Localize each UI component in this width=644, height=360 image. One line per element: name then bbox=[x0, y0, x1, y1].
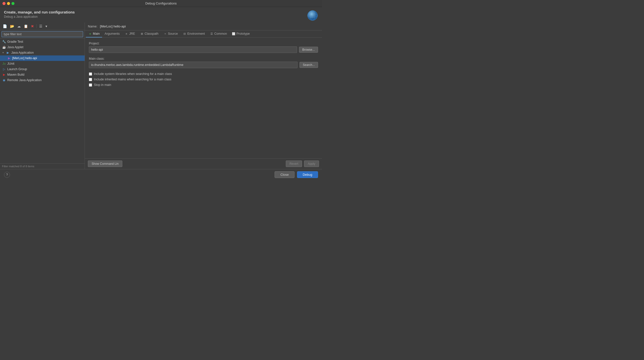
classpath-tab-icon: ⊞ bbox=[140, 32, 144, 36]
stop-in-main-checkbox[interactable] bbox=[89, 84, 92, 87]
header-subtitle: Debug a Java application bbox=[4, 15, 75, 18]
sidebar-footer: Filter matched 8 of 8 items bbox=[0, 163, 84, 169]
project-input[interactable] bbox=[89, 46, 297, 53]
form-panel: Project: Browse... Main class: Search... bbox=[85, 38, 322, 158]
environment-tab-icon: ⊟ bbox=[183, 32, 186, 36]
main-class-input[interactable] bbox=[89, 62, 298, 68]
checkbox-inherited-mains: Include inherited mains when searching f… bbox=[89, 78, 318, 81]
project-label: Project: bbox=[89, 42, 318, 45]
open-config-button[interactable]: 📂 bbox=[9, 24, 16, 29]
tree-item-label: JUnit bbox=[7, 62, 14, 66]
sidebar: 📄 📂 ☁ 📋 ✖ ☰ ▾ bbox=[0, 22, 85, 169]
header: Create, manage, and run configurations D… bbox=[0, 7, 322, 22]
content-area: 📄 📂 ☁ 📋 ✖ ☰ ▾ bbox=[0, 22, 322, 169]
tab-jre[interactable]: ≡ JRE bbox=[122, 30, 138, 38]
system-libs-checkbox[interactable] bbox=[89, 72, 92, 76]
debug-button[interactable]: Debug bbox=[297, 171, 318, 178]
project-group: Project: Browse... bbox=[89, 42, 318, 53]
close-traffic-light[interactable] bbox=[2, 2, 6, 5]
sidebar-toolbar: 📄 📂 ☁ 📋 ✖ ☰ ▾ bbox=[0, 22, 84, 30]
tab-classpath[interactable]: ⊞ Classpath bbox=[138, 30, 161, 38]
jre-tab-icon: ≡ bbox=[125, 32, 128, 36]
view-button[interactable]: ☰ bbox=[38, 24, 44, 29]
main-panel: Name: [MerLoc] hello-api ● Main Argument… bbox=[85, 22, 322, 169]
tree-item-label: Java Application bbox=[11, 51, 34, 54]
checkbox-system-libs: Include system libraries when searching … bbox=[89, 72, 318, 76]
tab-arguments[interactable]: Arguments bbox=[102, 30, 122, 38]
panel-footer-left: Show Command Lin bbox=[88, 160, 284, 167]
browse-button[interactable]: Browse... bbox=[299, 47, 318, 53]
view-icon: ☰ bbox=[39, 24, 42, 28]
config-name-value: [MerLoc] hello-api bbox=[100, 24, 126, 28]
tree-item-java-application[interactable]: ▼ ▶ Java Application bbox=[0, 50, 84, 56]
tree-item-junit[interactable]: Ju JUnit bbox=[0, 61, 84, 66]
window-footer: ? Close Debug bbox=[0, 169, 322, 180]
new-config-button[interactable]: 📄 bbox=[2, 24, 8, 29]
source-tab-icon: ≈ bbox=[164, 32, 167, 36]
duplicate-button[interactable]: 📋 bbox=[22, 24, 29, 29]
cloud-button[interactable]: ☁ bbox=[16, 24, 22, 29]
delete-icon: ✖ bbox=[31, 24, 34, 28]
filter-button[interactable]: ▾ bbox=[44, 24, 48, 29]
show-command-line-button[interactable]: Show Command Lin bbox=[88, 160, 122, 167]
header-text: Create, manage, and run configurations D… bbox=[4, 10, 75, 18]
tree-item-label: Launch Group bbox=[7, 68, 27, 71]
tab-common-label: Common bbox=[214, 32, 227, 36]
filter-input-wrap bbox=[0, 30, 84, 38]
close-button[interactable]: Close bbox=[274, 171, 294, 178]
panel-footer: Show Command Lin Revert Apply bbox=[85, 158, 322, 169]
tab-arguments-label: Arguments bbox=[104, 32, 120, 36]
java-app-icon: ▶ bbox=[6, 51, 10, 55]
tree-item-label: Maven Build bbox=[7, 73, 24, 76]
filter-icon: ▾ bbox=[46, 24, 47, 28]
tab-source[interactable]: ≈ Source bbox=[161, 30, 180, 38]
remote-java-icon: ◉ bbox=[2, 78, 6, 82]
merloc-icon: ▶ bbox=[7, 56, 11, 60]
stop-in-main-label: Stop in main bbox=[94, 83, 111, 87]
java-applet-icon: ☕ bbox=[2, 45, 6, 49]
delete-button[interactable]: ✖ bbox=[30, 24, 35, 29]
main-tab-icon: ● bbox=[88, 32, 92, 36]
tree-item-java-applet[interactable]: ☕ Java Applet bbox=[0, 44, 84, 50]
junit-icon: Ju bbox=[2, 62, 6, 66]
tree-item-maven[interactable]: ▶ Maven Build bbox=[0, 72, 84, 78]
header-title: Create, manage, and run configurations bbox=[4, 10, 75, 14]
tree-item-remote-java[interactable]: ◉ Remote Java Application bbox=[0, 78, 84, 83]
checkbox-stop-in-main: Stop in main bbox=[89, 83, 318, 87]
tab-classpath-label: Classpath bbox=[144, 32, 158, 36]
globe-icon bbox=[307, 10, 318, 21]
minimize-traffic-light[interactable] bbox=[7, 2, 10, 5]
main-class-label: Main class: bbox=[89, 57, 318, 60]
tab-prototype[interactable]: ⬜ Prototype bbox=[230, 30, 252, 38]
launch-icon: ▷ bbox=[2, 67, 6, 71]
open-icon: 📂 bbox=[10, 24, 14, 28]
apply-button[interactable]: Apply bbox=[304, 160, 319, 167]
tree-item-launch-group[interactable]: ▷ Launch Group bbox=[0, 66, 84, 72]
header-logo-area bbox=[307, 10, 318, 21]
maximize-traffic-light[interactable] bbox=[12, 2, 14, 5]
help-button[interactable]: ? bbox=[4, 172, 10, 178]
config-tree: 🔧 Gradle Test ☕ Java Applet ▼ ▶ Java App… bbox=[0, 38, 84, 163]
inherited-mains-checkbox[interactable] bbox=[89, 78, 92, 81]
filter-status: Filter matched 8 of 8 items bbox=[2, 165, 34, 168]
tree-item-label: Remote Java Application bbox=[7, 78, 42, 82]
cloud-icon: ☁ bbox=[17, 24, 21, 28]
new-icon: 📄 bbox=[3, 24, 7, 28]
revert-button[interactable]: Revert bbox=[286, 160, 302, 167]
tree-item-label: [MerLoc] hello-api bbox=[12, 56, 37, 60]
tab-main[interactable]: ● Main bbox=[86, 30, 102, 38]
tab-common[interactable]: ☰ Common bbox=[208, 30, 230, 38]
tree-item-gradle[interactable]: 🔧 Gradle Test bbox=[0, 39, 84, 44]
config-tabs: ● Main Arguments ≡ JRE ⊞ Classpath ≈ Sou… bbox=[85, 30, 322, 38]
gradle-icon: 🔧 bbox=[2, 40, 6, 44]
footer-actions: Close Debug bbox=[274, 171, 318, 178]
filter-input[interactable] bbox=[2, 31, 83, 37]
tree-item-merloc[interactable]: ▶ [MerLoc] hello-api bbox=[0, 56, 84, 61]
tab-prototype-label: Prototype bbox=[236, 32, 250, 36]
name-label: Name: bbox=[88, 24, 97, 28]
project-row: Browse... bbox=[89, 46, 318, 53]
search-button[interactable]: Search... bbox=[300, 62, 318, 68]
main-window: Create, manage, and run configurations D… bbox=[0, 7, 322, 180]
tab-environment[interactable]: ⊟ Environment bbox=[180, 30, 207, 38]
main-class-row: Search... bbox=[89, 62, 318, 68]
